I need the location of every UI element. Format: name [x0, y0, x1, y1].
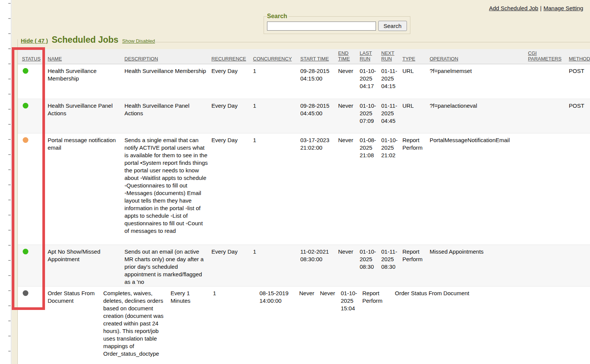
cell-type: Report Perform [402, 245, 430, 286]
column-sort-link-next_run[interactable]: NEXT RUN [381, 50, 399, 62]
cell-operation: Order Status From Document [395, 287, 531, 364]
cell-cgi_parameters [528, 64, 569, 99]
cell-name: Apt No Show/Missed Appointment [48, 245, 124, 286]
table-body: Health Surveillance MembershipHealth Sur… [18, 64, 590, 364]
cell-operation: ?f=panelmemset [430, 64, 528, 99]
scheduled-jobs-screen: Add Scheduled Job|Manage Setting Search … [0, 0, 590, 364]
cell-name: Order Status From Document [48, 287, 103, 364]
cell-cgi_parameters [528, 133, 569, 245]
cell-operation: Missed Appointments [430, 245, 528, 286]
search-button[interactable]: Search [378, 21, 407, 31]
cell-last_run: Never [320, 287, 341, 364]
cell-recurrence: Every Day [211, 133, 253, 245]
cell-start_time: 09-28-2015 04:15:00 [300, 64, 338, 99]
cell-last_run: 01-08-2025 21:08 [360, 133, 381, 245]
status-dot-green [23, 249, 28, 254]
search-input[interactable] [267, 22, 376, 31]
cell-cgi_parameters [528, 99, 569, 133]
column-sort-link-name[interactable]: NAME [48, 56, 62, 62]
link-separator: | [538, 5, 543, 11]
cell-description: Sends out an email (on active MR charts … [124, 245, 211, 286]
header-cell-operation: OPERATION [430, 49, 528, 64]
column-sort-link-concurrency[interactable]: CONCURRENCY [253, 56, 292, 62]
status-cell [18, 245, 48, 286]
status-cell [18, 287, 48, 364]
cell-method [569, 245, 590, 286]
top-action-links: Add Scheduled Job|Manage Setting [489, 5, 583, 11]
status-dot-gray [23, 290, 28, 296]
cell-end_time: Never [338, 64, 360, 99]
status-dot-green [23, 103, 28, 108]
status-dot-orange [23, 137, 28, 143]
header-cell-name: NAME [48, 49, 124, 64]
cell-end_time: Never [338, 245, 360, 286]
cell-operation: PortalMessageNotificationEmail [430, 133, 528, 245]
manage-settings-link[interactable]: Manage Setting [543, 5, 583, 11]
hide-count-link[interactable]: Hide ( 47 ) [21, 37, 48, 44]
header-cell-next_run: NEXT RUN [381, 49, 402, 64]
header-cell-description: DESCRIPTION [124, 49, 211, 64]
cell-type: Report Perform [362, 287, 395, 364]
cell-next_run: 01-11-2025 04:45 [381, 99, 402, 133]
scheduled-jobs-header: Hide ( 47 ) Scheduled Jobs Show Disabled [21, 35, 155, 45]
ruler-ticks [8, 3, 11, 364]
cell-method [569, 287, 590, 364]
cell-recurrence: Every Day [211, 64, 253, 99]
cell-description: Completes, waives, deletes, declines ord… [103, 287, 171, 364]
cell-description: Sends a single email that can notify ACT… [124, 133, 211, 245]
header-cell-concurrency: CONCURRENCY [253, 49, 300, 64]
scheduled-jobs-table: STATUSNAMEDESCRIPTIONRECURRENCECONCURREN… [18, 49, 590, 364]
header-cell-last_run: LAST RUN [360, 49, 381, 64]
cell-description: Health Surveillance Membership [124, 64, 211, 99]
column-sort-link-status[interactable]: STATUS [22, 56, 40, 62]
header-cell-type: TYPE [402, 49, 430, 64]
cell-end_time: Never [338, 133, 360, 245]
page-title: Scheduled Jobs [52, 35, 118, 45]
column-sort-link-method[interactable]: METHOD [569, 56, 590, 62]
cell-name: Health Surveillance Panel Actions [48, 99, 124, 133]
cell-end_time: Never [299, 287, 320, 364]
cell-concurrency: 1 [253, 245, 300, 286]
header-cell-end_time: END TIME [338, 49, 360, 64]
status-dot-green [23, 68, 28, 74]
cell-method: POST [569, 99, 590, 133]
cell-name: Portal message notification email [48, 133, 124, 245]
table-row: Apt No Show/Missed AppointmentSends out … [18, 245, 590, 287]
add-scheduled-job-link[interactable]: Add Scheduled Job [489, 5, 538, 11]
table-row: Health Surveillance MembershipHealth Sur… [18, 64, 590, 99]
cell-last_run: 01-10-2025 08:30 [360, 245, 381, 286]
cell-start_time: 03-17-2023 21:02:00 [300, 133, 338, 245]
column-sort-link-description[interactable]: DESCRIPTION [124, 56, 158, 62]
cell-concurrency: 1 [253, 64, 300, 99]
column-sort-link-start_time[interactable]: START TIME [300, 56, 329, 62]
column-sort-link-cgi_parameters[interactable]: CGI PARAMETERS [528, 50, 566, 62]
cell-start_time: 09-28-2015 04:45:00 [300, 99, 338, 133]
cell-method: POST [569, 64, 590, 99]
column-sort-link-last_run[interactable]: LAST RUN [360, 50, 378, 62]
cell-method [569, 133, 590, 245]
cell-recurrence: Every 1 Minutes [171, 287, 213, 364]
cell-start_time: 08-15-2019 14:00:00 [259, 287, 299, 364]
table-row: Order Status From DocumentCompletes, wai… [18, 287, 590, 364]
cell-last_run: 01-10-2025 07:09 [360, 99, 381, 133]
show-disabled-link[interactable]: Show Disabled [122, 38, 155, 44]
header-cell-cgi_parameters: CGI PARAMETERS [528, 49, 569, 64]
cell-start_time: 11-02-2021 08:30:00 [300, 245, 338, 286]
cell-description: Health Surveillance Panel Actions [124, 99, 211, 133]
table-row: Portal message notification emailSends a… [18, 133, 590, 245]
cell-last_run: 01-10-2025 04:17 [360, 64, 381, 99]
cell-cgi_parameters [528, 245, 569, 286]
column-sort-link-operation[interactable]: OPERATION [430, 56, 458, 62]
status-cell [18, 64, 48, 99]
status-cell [18, 99, 48, 133]
cell-recurrence: Every Day [211, 99, 253, 133]
cell-next_run: 01-10-2025 21:02 [381, 133, 402, 245]
cell-type: URL [402, 64, 430, 99]
column-sort-link-recurrence[interactable]: RECURRENCE [211, 56, 246, 62]
column-sort-link-end_time[interactable]: END TIME [338, 50, 357, 62]
cell-concurrency: 1 [253, 133, 300, 245]
cell-type: URL [402, 99, 430, 133]
column-sort-link-type[interactable]: TYPE [402, 56, 415, 62]
header-cell-method: METHOD [569, 49, 590, 64]
cell-concurrency: 1 [213, 287, 259, 364]
